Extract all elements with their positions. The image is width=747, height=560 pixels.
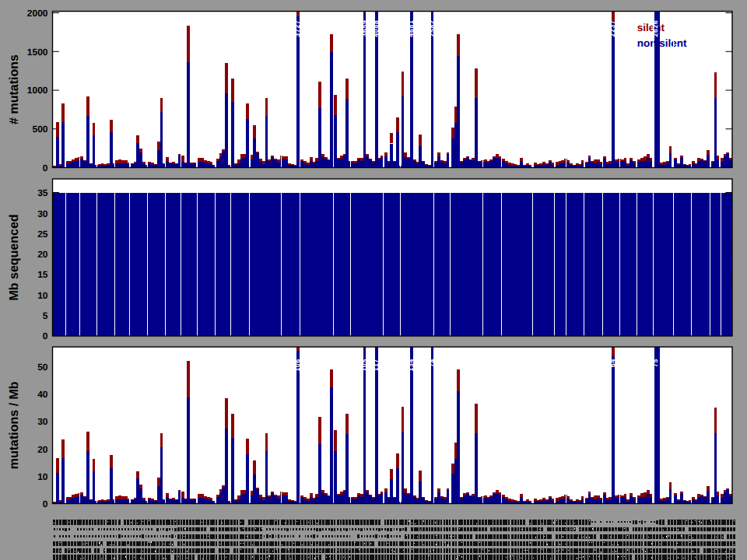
svg-text:30: 30 [37, 416, 48, 427]
svg-text:35: 35 [37, 187, 48, 198]
svg-text:105: 105 [360, 359, 368, 372]
svg-text:5: 5 [43, 310, 48, 321]
svg-text:2237: 2237 [608, 20, 616, 37]
svg-text:20: 20 [37, 249, 48, 260]
svg-text:117: 117 [372, 359, 380, 371]
svg-text:2626: 2626 [651, 20, 659, 37]
svg-text:4681: 4681 [407, 20, 415, 37]
svg-text:40: 40 [37, 389, 48, 400]
svg-text:0: 0 [43, 331, 48, 341]
svg-text:2582: 2582 [428, 20, 436, 37]
svg-text:106: 106 [293, 359, 301, 372]
svg-text:2000: 2000 [27, 8, 48, 19]
svg-text:0: 0 [43, 499, 48, 509]
svg-text:20: 20 [37, 444, 48, 455]
svg-text:Mb sequenced: Mb sequenced [8, 214, 21, 300]
svg-text:1000: 1000 [27, 85, 48, 96]
svg-text:10: 10 [37, 471, 48, 482]
svg-text:50: 50 [37, 362, 48, 373]
svg-text:74: 74 [428, 359, 436, 367]
svg-text:# mutations: # mutations [8, 54, 21, 124]
svg-text:0: 0 [43, 163, 48, 173]
svg-text:25: 25 [37, 229, 48, 240]
svg-text:3727: 3727 [293, 20, 301, 37]
svg-text:4088: 4088 [372, 20, 380, 37]
svg-text:64: 64 [608, 359, 616, 367]
svg-text:134: 134 [407, 359, 415, 372]
svg-text:15: 15 [37, 269, 48, 280]
svg-text:mutations / Mb: mutations / Mb [8, 381, 21, 469]
svg-text:30: 30 [37, 208, 48, 219]
svg-text:1500: 1500 [27, 47, 48, 58]
svg-text:10: 10 [37, 290, 48, 301]
svg-text:500: 500 [32, 124, 47, 135]
svg-text:non silent: non silent [637, 37, 687, 49]
svg-text:75: 75 [651, 359, 659, 367]
svg-text:3659: 3659 [360, 20, 368, 37]
